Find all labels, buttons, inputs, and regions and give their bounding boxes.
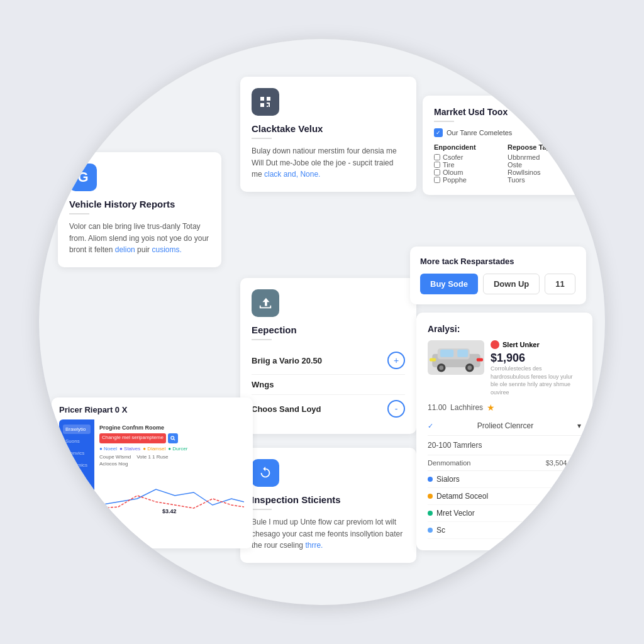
more-btn3[interactable]: 11 xyxy=(545,274,575,294)
more-resources-card: More tack Resparstades Buy Sode Down Up … xyxy=(410,247,586,304)
car-desc: Corrolulestecles des hardrosubulous fere… xyxy=(491,365,581,396)
eepection-row-1: Briig a Vario 20.50 + xyxy=(252,347,405,375)
seat-icon xyxy=(252,88,279,116)
market-checkbox-row: ✓ Our Tanre Comeletes xyxy=(434,128,575,137)
car-image xyxy=(428,340,484,375)
svg-rect-9 xyxy=(476,358,482,361)
inspection-card: Inspection Sticients Bule I mud up Unte … xyxy=(240,448,416,563)
eepection-row-3: Choos Sand Loyd - xyxy=(252,395,405,423)
dropdown-1[interactable]: ✓ Prolieot Clenrcer ▾ xyxy=(428,416,581,436)
mini-table-sub: Aclocos hlog xyxy=(99,461,244,467)
sidebar-item-ltuuts[interactable]: Ltuuts xyxy=(63,508,91,518)
svg-rect-8 xyxy=(430,358,436,361)
clacktake-title: Clacktake Velux xyxy=(252,123,405,134)
g-icon: G xyxy=(69,164,97,191)
inspection-title: Inspection Sticients xyxy=(252,494,405,505)
market-col2-item2: Oste xyxy=(508,161,575,169)
list-item-1: Sialors xyxy=(428,471,581,488)
car-price: $1,906 xyxy=(491,352,581,365)
more-resources-title: More tack Resparstades xyxy=(420,257,576,266)
star-icon: ★ xyxy=(487,402,495,413)
legend-row: ● Noeel ● Stalves ● Dlamsel ● Durcer xyxy=(99,446,244,452)
main-circle: G Vehicle History Reports Volor can ble … xyxy=(39,39,605,605)
market-card: Marrket Usd Toox ✓ Our Tanre Comeletes E… xyxy=(423,96,586,195)
market-title: Marrket Usd Toox xyxy=(434,107,575,117)
clacktake-link[interactable]: clack and, None. xyxy=(264,170,320,179)
svg-line-11 xyxy=(174,439,175,440)
car-row: Slert Unker $1,906 Corrolulestecles des … xyxy=(428,340,581,396)
list-dot-1 xyxy=(428,477,433,482)
eepection-card: Eepection Briig a Vario 20.50 + Wngs Cho… xyxy=(240,278,416,434)
sidebar-item-derismics[interactable]: Derismics xyxy=(63,460,91,470)
list-dot-4 xyxy=(428,528,433,533)
inspection-divider xyxy=(252,509,272,510)
vehicle-card-title: Vehicle History Reports xyxy=(69,199,210,209)
mini-filter-row: Changle mel seripampteme xyxy=(99,433,244,443)
upload-icon xyxy=(252,289,279,317)
list-item-2: Detamd Soceol xyxy=(428,488,581,505)
mini-main-header: Progine Confnm Roome xyxy=(99,425,244,431)
sidebar-item-entroncos[interactable]: Entroncos xyxy=(63,484,91,494)
svg-rect-3 xyxy=(457,349,468,357)
price-report-title: Pricer Riepart 0 X xyxy=(59,405,245,414)
svg-rect-2 xyxy=(440,349,453,357)
chart-svg: $3.42 Davachoopho xyxy=(99,470,244,514)
vehicle-card-divider xyxy=(69,213,89,214)
inspection-link[interactable]: thrre. xyxy=(305,541,323,550)
eepection-row-2: Wngs xyxy=(252,375,405,395)
mini-filter-tag[interactable]: Changle mel seripampteme xyxy=(99,433,166,443)
vehicle-link1[interactable]: delion xyxy=(115,245,135,254)
more-resources-buttons: Buy Sode Down Up 11 xyxy=(420,274,576,294)
svg-point-7 xyxy=(467,365,472,370)
analysis-card: Aralysi: Slert U xyxy=(416,313,592,550)
market-col2-item1: Ubbnrmed xyxy=(508,153,575,161)
market-col1-header: Enponcident xyxy=(434,143,501,151)
sidebar-item-brawlytio[interactable]: Brawlytio xyxy=(63,425,91,434)
eepection-title: Eepection xyxy=(252,325,405,335)
mini-chart: $3.42 Davachoopho xyxy=(99,470,244,540)
svg-text:$3.42: $3.42 xyxy=(162,508,177,514)
mini-sidebar: Brawlytio Suons Fronvics Derismics Olons… xyxy=(59,419,94,545)
market-col2-item4: Tuors xyxy=(508,176,575,184)
svg-point-5 xyxy=(439,365,443,370)
mini-dashboard: Brawlytio Suons Fronvics Derismics Olons… xyxy=(59,419,245,545)
refresh-icon xyxy=(252,459,279,487)
car-svg xyxy=(430,342,483,374)
rating-row: 11.00 Lachhires ★ xyxy=(428,402,581,413)
analysis-title: Aralysi: xyxy=(428,324,581,334)
dropdown-2[interactable]: 20-100 Tamrlers ▾ xyxy=(428,436,581,455)
sidebar-item-suons[interactable]: Suons xyxy=(63,436,91,446)
vehicle-history-card: G Vehicle History Reports Volor can ble … xyxy=(58,152,221,267)
price-report-card: Pricer Riepart 0 X Brawlytio Suons Fronv… xyxy=(52,397,253,548)
sidebar-item-fronvics[interactable]: Fronvics xyxy=(63,448,91,458)
market-col2-item3: Rowllsinos xyxy=(508,169,575,176)
down-up-button[interactable]: Down Up xyxy=(483,274,540,294)
market-checkbox[interactable]: ✓ xyxy=(434,128,443,137)
market-col1-item3: Oloum xyxy=(434,169,501,176)
mini-search-btn[interactable] xyxy=(168,433,178,443)
car-info: Slert Unker $1,906 Corrolulestecles des … xyxy=(491,340,581,396)
eepection-add-btn[interactable]: + xyxy=(387,352,405,369)
buy-sode-button[interactable]: Buy Sode xyxy=(420,274,478,294)
price-detail: Denmomation $3,504 (39) xyxy=(428,455,581,471)
clacktake-card: Clacktake Velux Bulay down natiour merst… xyxy=(240,77,416,192)
eepection-minus-btn[interactable]: - xyxy=(387,400,405,418)
list-dot-2 xyxy=(428,494,433,499)
vehicle-link2[interactable]: cusioms. xyxy=(152,245,181,254)
mini-table-header: Coupe Wlsmd Vote 1 1 Ruse xyxy=(99,454,244,460)
market-divider xyxy=(434,121,454,122)
list-item-3: Mret Veclor xyxy=(428,505,581,522)
market-col1-item2: Tire xyxy=(434,161,501,169)
sidebar-item-dannis[interactable]: Dannis xyxy=(63,496,91,506)
clacktake-divider xyxy=(252,138,272,139)
market-col1-item4: Popphe xyxy=(434,176,501,184)
car-brand: Slert Unker xyxy=(491,340,581,349)
list-item-4: Sc xyxy=(428,522,581,539)
vehicle-card-body: Volor can ble bring live trus-danly Tota… xyxy=(69,221,210,256)
svg-point-10 xyxy=(171,436,174,440)
clacktake-body: Bulay down natiour merstim four densia m… xyxy=(252,145,405,180)
sidebar-item-olons[interactable]: Olons xyxy=(63,472,91,482)
market-col2-header: Repoose Taps xyxy=(508,143,575,151)
market-checkbox-label: Our Tanre Comeletes xyxy=(447,129,512,136)
eepection-divider xyxy=(252,339,272,340)
